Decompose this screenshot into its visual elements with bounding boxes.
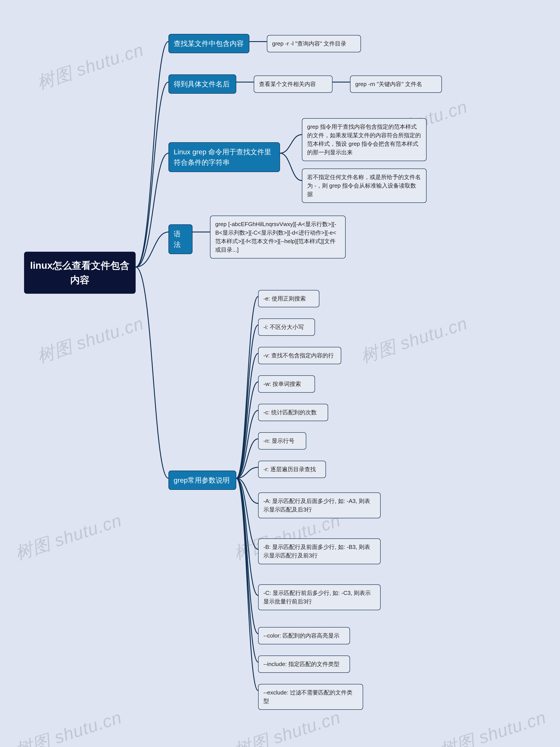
opt-i: -i: 不区分大小写 [258, 318, 315, 336]
root-node[interactable]: linux怎么查看文件包含内容 [24, 252, 136, 294]
watermark: 树图 shutu.cn [12, 706, 125, 747]
watermark: 树图 shutu.cn [437, 706, 549, 747]
branch-syntax[interactable]: 语法 [168, 224, 192, 254]
leaf-grep-rl: grep -r -l "查询内容" 文件目录 [267, 35, 361, 52]
leaf-grep-desc-2: 若不指定任何文件名称，或是所给予的文件名为 -，则 grep 指令会从标准输入设… [302, 169, 427, 203]
branch-grep-description[interactable]: Linux grep 命令用于查找文件里符合条件的字符串 [168, 142, 280, 172]
leaf-syntax-text: grep [-abcEFGhHilLnqrsvVwxy][-A<显示行数>][-… [210, 215, 346, 258]
opt-include: --include: 指定匹配的文件类型 [258, 655, 350, 673]
leaf-view-file-related: 查看某个文件相关内容 [254, 76, 332, 93]
opt-c: -c: 统计匹配到的次数 [258, 404, 328, 421]
leaf-grep-rn: grep -rn "关键内容" 文件名 [350, 76, 442, 93]
branch-search-file-content[interactable]: 查找某文件中包含内容 [168, 34, 249, 53]
opt-n: -n: 显示行号 [258, 432, 306, 449]
watermark: 树图 shutu.cn [12, 509, 125, 565]
opt-B: -B: 显示匹配行及前面多少行, 如: -B3, 则表示显示匹配行及前3行 [258, 538, 381, 564]
watermark: 树图 shutu.cn [34, 38, 147, 95]
watermark: 树图 shutu.cn [231, 706, 344, 747]
branch-grep-options[interactable]: grep常用参数说明 [168, 470, 236, 490]
leaf-grep-desc-1: grep 指令用于查找内容包含指定的范本样式的文件，如果发现某文件的内容符合所指… [302, 118, 427, 161]
opt-v: -v: 查找不包含指定内容的行 [258, 347, 341, 364]
opt-color: --color: 匹配到的内容高亮显示 [258, 627, 350, 644]
opt-exclude: --exclude: 过滤不需要匹配的文件类型 [258, 684, 363, 710]
watermark: 树图 shutu.cn [358, 312, 471, 368]
opt-w: -w: 按单词搜索 [258, 376, 315, 393]
opt-r: -r: 逐层遍历目录查找 [258, 461, 326, 478]
opt-A: -A: 显示匹配行及后面多少行, 如: -A3, 则表示显示匹配及后3行 [258, 492, 381, 518]
branch-after-filename[interactable]: 得到具体文件名后 [168, 74, 236, 94]
opt-e: -e: 使用正则搜索 [258, 290, 319, 307]
watermark: 树图 shutu.cn [34, 312, 147, 368]
opt-C: -C: 显示匹配行前后多少行, 如: -C3, 则表示显示批量行前后3行 [258, 584, 381, 610]
